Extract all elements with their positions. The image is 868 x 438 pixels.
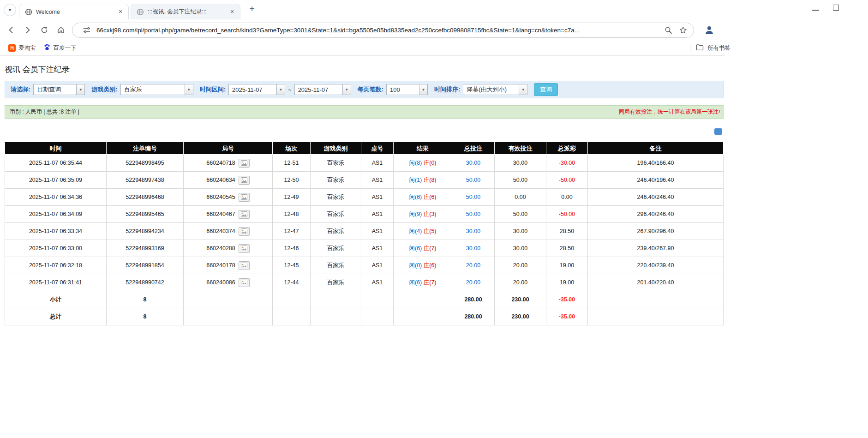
close-icon[interactable]: ✕ <box>228 8 236 16</box>
cell-table: AS1 <box>361 189 394 206</box>
total-bet-link[interactable]: 30.00 <box>466 160 480 166</box>
back-icon[interactable] <box>4 23 18 37</box>
total-bet-link[interactable]: 50.00 <box>466 194 480 200</box>
cell-empty <box>311 291 361 308</box>
bookmark-star-icon[interactable] <box>677 24 689 36</box>
cell-result: 闲(9) 庄(3) <box>394 206 452 223</box>
cell-table: AS1 <box>361 274 394 291</box>
sum-label: 小计 <box>5 291 107 308</box>
bookmark-baidu[interactable]: 百度一下 <box>40 42 80 54</box>
cell-game: 百家乐 <box>311 189 361 206</box>
tab-label: :::视讯, 会员下注纪录::: <box>148 8 224 16</box>
cell-table: AS1 <box>361 172 394 189</box>
result-player: 闲(6) <box>409 279 422 286</box>
minimize-icon[interactable] <box>812 10 819 11</box>
col-result: 结果 <box>394 143 452 155</box>
url-text[interactable]: 66cxkj98.com/ipl/portal.php/game/betreco… <box>96 27 659 34</box>
sum-payout: -35.00 <box>546 291 588 308</box>
cell-valid-bet: 20.00 <box>495 257 546 274</box>
cell-total-bet: 50.00 <box>452 189 495 206</box>
result-player: 闲(6) <box>409 194 422 200</box>
maximize-icon[interactable] <box>833 5 839 11</box>
cell-total-bet: 30.00 <box>452 240 495 257</box>
page-content: 视讯 会员下注纪录 请选择: 日期查询 ▼ 游戏类别: 百家乐 ▼ 时间区间: … <box>0 56 725 403</box>
chevron-down-icon: ▾ <box>9 7 12 13</box>
reload-icon[interactable] <box>37 23 52 37</box>
round-detail-icon[interactable] <box>239 227 250 236</box>
tab-betrecord[interactable]: :::视讯, 会员下注纪录::: ✕ <box>131 4 240 19</box>
cell-empty <box>184 291 273 308</box>
query-type-select[interactable]: 日期查询 ▼ <box>33 84 85 95</box>
round-detail-icon[interactable] <box>239 261 250 270</box>
cell-session: 12-48 <box>273 206 311 223</box>
chevron-down-icon: ▼ <box>519 84 527 95</box>
scroll-indicator[interactable] <box>714 128 722 135</box>
round-detail-icon[interactable] <box>239 244 250 253</box>
round-detail-icon[interactable] <box>239 278 250 287</box>
round-detail-icon[interactable] <box>239 210 250 219</box>
profile-icon[interactable] <box>702 23 716 37</box>
cell-session: 12-44 <box>273 274 311 291</box>
close-icon[interactable]: ✕ <box>116 8 125 16</box>
cell-game: 百家乐 <box>311 257 361 274</box>
total-bet-link[interactable]: 20.00 <box>466 262 480 269</box>
total-bet-link[interactable]: 30.00 <box>466 228 480 234</box>
all-bookmarks-label: 所有书签 <box>707 44 730 52</box>
sort-select[interactable]: 降幕(由大到小) ▼ <box>463 84 527 95</box>
table-row: 2025-11-07 06:32:18 522948991854 6602401… <box>5 257 724 274</box>
round-detail-icon[interactable] <box>239 176 250 185</box>
bookmark-taobao[interactable]: 淘 爱淘宝 <box>5 43 40 54</box>
game-type-value: 百家乐 <box>121 84 185 95</box>
col-payout: 总派彩 <box>546 143 588 155</box>
round-number: 660240374 <box>206 228 235 234</box>
taobao-icon: 淘 <box>8 44 16 52</box>
query-type-value: 日期查询 <box>34 84 76 95</box>
site-settings-icon[interactable] <box>81 24 93 36</box>
col-total-bet: 总投注 <box>452 143 495 155</box>
cell-table: AS1 <box>361 155 394 172</box>
all-bookmarks[interactable]: 所有书签 <box>690 41 730 56</box>
tab-welcome[interactable]: Welcome ✕ <box>19 4 129 19</box>
info-bar: 币别 : 人民币 | 总共 :8 注单 | 同局有效投注，统一计算在该局第一张注… <box>5 105 724 119</box>
cell-round: 660240545 <box>184 189 273 206</box>
page-size-label: 每页笔数: <box>358 85 383 94</box>
round-number: 660240086 <box>206 279 235 286</box>
table-row: 2025-11-07 06:33:34 522948994234 6602403… <box>5 223 724 240</box>
bet-record-table: 时间 注单编号 局号 场次 游戏类别 桌号 结果 总投注 有效投注 总派彩 备注… <box>5 142 724 325</box>
cell-time: 2025-11-07 06:35:09 <box>5 172 107 189</box>
page-size-select[interactable]: 100 ▼ <box>386 84 428 95</box>
search-button[interactable]: 查询 <box>534 83 558 96</box>
tab-search-button[interactable]: ▾ <box>4 4 16 16</box>
total-bet-link[interactable]: 50.00 <box>466 211 480 217</box>
col-round: 局号 <box>184 143 273 155</box>
col-game: 游戏类别 <box>311 143 361 155</box>
cell-bet-id: 522948998495 <box>107 155 184 172</box>
date-from-select[interactable]: 2025-11-07 ▼ <box>228 84 285 95</box>
home-icon[interactable] <box>54 23 68 37</box>
address-bar[interactable]: 66cxkj98.com/ipl/portal.php/game/betreco… <box>72 23 694 38</box>
cell-note: 196.40/166.40 <box>588 155 724 172</box>
total-bet-link[interactable]: 30.00 <box>466 245 480 252</box>
bookmark-label: 爱淘宝 <box>18 44 36 52</box>
zoom-icon[interactable] <box>662 24 674 36</box>
globe-favicon-icon <box>25 8 32 16</box>
cell-total-bet: 50.00 <box>452 206 495 223</box>
total-bet-link[interactable]: 50.00 <box>466 177 480 183</box>
round-detail-icon[interactable] <box>239 159 250 168</box>
date-to-select[interactable]: 2025-11-07 ▼ <box>294 84 351 95</box>
cell-result: 闲(6) 庄(7) <box>394 274 452 291</box>
game-type-select[interactable]: 百家乐 ▼ <box>120 84 193 95</box>
sort-label: 时间排序: <box>434 85 460 94</box>
result-player: 闲(1) <box>409 177 422 183</box>
round-detail-icon[interactable] <box>239 193 250 202</box>
table-row: 2025-11-07 06:31:41 522948990742 6602400… <box>5 274 724 291</box>
forward-icon[interactable] <box>20 23 35 37</box>
cell-time: 2025-11-07 06:31:41 <box>5 274 107 291</box>
cell-round: 660240718 <box>184 155 273 172</box>
new-tab-button[interactable]: + <box>246 3 258 15</box>
total-bet-link[interactable]: 20.00 <box>466 279 480 286</box>
cell-bet-id: 522948991854 <box>107 257 184 274</box>
cell-result: 闲(4) 庄(5) <box>394 223 452 240</box>
cell-note: 201.40/220.40 <box>588 274 724 291</box>
game-type-label: 游戏类别: <box>91 85 117 94</box>
